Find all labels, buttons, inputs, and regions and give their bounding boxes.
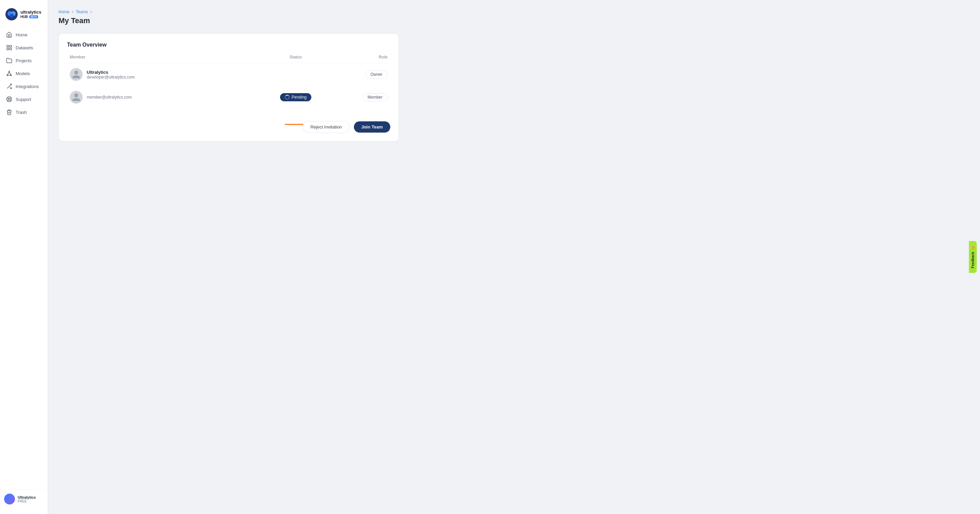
svg-rect-5: [10, 45, 11, 47]
role-cell-2: Member: [326, 93, 388, 101]
breadcrumb-sep-2: >: [90, 10, 92, 14]
user-details: Ultralytics FREE: [18, 495, 36, 503]
sidebar-item-trash[interactable]: Trash: [3, 106, 45, 118]
page-title: My Team: [59, 16, 969, 25]
pending-badge: Pending: [280, 93, 311, 101]
header-role: Role: [326, 55, 388, 59]
table-row: member@ultralytics.com Pending Member: [67, 86, 390, 109]
sidebar-item-support-label: Support: [16, 97, 31, 102]
member-cell-2: member@ultralytics.com: [70, 91, 265, 104]
svg-rect-6: [7, 48, 8, 50]
feedback-label: Feedback: [971, 252, 975, 268]
svg-line-11: [8, 72, 9, 75]
sidebar-item-integrations[interactable]: Integrations: [3, 80, 45, 92]
breadcrumb: Home > Teams >: [59, 10, 969, 14]
member-cell-1: Ultralytics developer@ultralytics.com: [70, 68, 265, 81]
sidebar-item-home-label: Home: [16, 32, 27, 37]
feedback-emoji: 😊: [971, 246, 975, 250]
support-icon: [6, 96, 12, 102]
member-details-2: member@ultralytics.com: [87, 95, 132, 100]
reject-invitation-button[interactable]: Reject Invitation: [302, 121, 350, 133]
feedback-button[interactable]: Feedback 😊: [969, 241, 977, 273]
role-badge-member: Member: [363, 93, 388, 101]
sidebar-item-models[interactable]: Models: [3, 67, 45, 79]
sidebar-item-projects[interactable]: Projects: [3, 54, 45, 67]
role-cell-1: Owner: [326, 70, 388, 79]
logo-hub: HUB BETA: [21, 15, 41, 19]
sidebar-item-datasets[interactable]: Datasets: [3, 41, 45, 54]
home-icon: [6, 32, 12, 38]
sidebar-item-home[interactable]: Home: [3, 29, 45, 41]
svg-line-12: [9, 72, 11, 75]
member-email-2: member@ultralytics.com: [87, 95, 132, 100]
member-details-1: Ultralytics developer@ultralytics.com: [87, 70, 135, 79]
svg-point-8: [9, 71, 10, 72]
user-plan: FREE: [18, 500, 36, 503]
logo: ultralytics HUB BETA: [0, 5, 48, 29]
sidebar-item-support[interactable]: Support: [3, 93, 45, 105]
table-row: Ultralytics developer@ultralytics.com Ow…: [67, 63, 390, 86]
header-member: Member: [70, 55, 265, 59]
sidebar-item-datasets-label: Datasets: [16, 45, 33, 50]
sidebar: ultralytics HUB BETA Home Datasets: [0, 0, 48, 514]
ultralytics-logo-icon: [5, 8, 18, 21]
member-name-1: Ultralytics: [87, 70, 135, 75]
sidebar-item-models-label: Models: [16, 71, 30, 76]
user-name: Ultralytics: [18, 495, 36, 500]
team-overview-card: Team Overview Member Status Role Ultral: [59, 33, 399, 141]
projects-icon: [6, 57, 12, 63]
sidebar-item-integrations-label: Integrations: [16, 84, 39, 89]
header-status: Status: [265, 55, 326, 59]
member-avatar-2: [70, 91, 83, 104]
sidebar-item-trash-label: Trash: [16, 110, 27, 115]
sidebar-footer: Ultralytics FREE: [0, 489, 48, 509]
main-content: Home > Teams > My Team Team Overview Mem…: [48, 0, 980, 514]
avatar-icon-2: [72, 92, 81, 102]
models-icon: [6, 70, 12, 76]
sidebar-nav: Home Datasets Projects: [0, 29, 48, 487]
svg-rect-7: [10, 48, 11, 50]
sidebar-item-projects-label: Projects: [16, 58, 32, 63]
beta-badge: BETA: [29, 15, 38, 18]
team-table: Member Status Role Ultralytics developer…: [67, 55, 390, 109]
svg-point-3: [10, 14, 14, 17]
logo-text: ultralytics HUB BETA: [21, 10, 41, 18]
breadcrumb-home[interactable]: Home: [59, 10, 69, 14]
svg-line-19: [10, 100, 11, 101]
status-cell-2: Pending: [265, 93, 326, 101]
card-title: Team Overview: [67, 42, 390, 48]
pending-spinner: [285, 95, 290, 100]
member-avatar-1: [70, 68, 83, 81]
svg-line-18: [8, 98, 8, 98]
action-row: Reject Invitation Join Team: [67, 116, 390, 133]
svg-rect-4: [7, 45, 8, 47]
role-badge-owner: Owner: [366, 70, 388, 79]
logo-name: ultralytics: [21, 10, 41, 14]
svg-line-20: [10, 98, 11, 98]
svg-line-21: [8, 100, 8, 101]
pending-label: Pending: [292, 95, 307, 100]
integrations-icon: [6, 83, 12, 89]
user-info: Ultralytics FREE: [4, 493, 43, 504]
member-email-1: developer@ultralytics.com: [87, 75, 135, 79]
avatar: [4, 493, 15, 504]
datasets-icon: [6, 44, 12, 51]
avatar-icon-1: [72, 70, 81, 79]
svg-point-17: [8, 98, 10, 100]
join-team-button[interactable]: Join Team: [354, 121, 390, 133]
breadcrumb-teams[interactable]: Teams: [76, 10, 88, 14]
table-header: Member Status Role: [67, 55, 390, 63]
trash-icon: [6, 109, 12, 115]
breadcrumb-sep-1: >: [72, 10, 74, 14]
